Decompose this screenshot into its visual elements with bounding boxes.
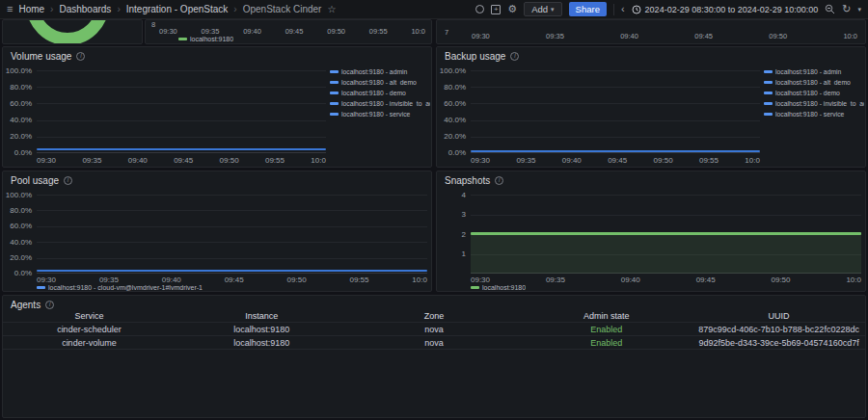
legend-item[interactable]: localhost:9180 - demo — [330, 90, 430, 96]
x-tick: 09:35 — [202, 27, 220, 36]
series-line — [471, 150, 760, 152]
legend: localhost:9180 - cloud-vm@lvmdriver-1#lv… — [37, 284, 203, 291]
divider — [613, 4, 614, 15]
legend-label: localhost:9180 - invisible_to_admin — [341, 100, 430, 107]
series-marker — [764, 113, 773, 116]
time-range-picker[interactable]: 2024-02-29 08:30:00 to 2024-02-29 10:00:… — [632, 5, 819, 14]
series-fill-area — [471, 234, 861, 274]
gridline — [37, 226, 427, 227]
x-tick: 09:55 — [265, 156, 285, 165]
plot-area[interactable] — [37, 70, 326, 153]
refresh-interval-chevron-icon[interactable]: ▾ — [857, 6, 861, 13]
breadcrumb-separator-icon: › — [50, 4, 53, 14]
panel-pool-usage: Pool usage i 100.0% 80.0% 60.0% 40.0% 20… — [2, 171, 432, 292]
gridline — [471, 103, 760, 104]
y-tick: 100.0% — [3, 66, 32, 75]
plus-box-glyph: + — [491, 5, 501, 14]
x-tick: 09:50 — [654, 156, 673, 165]
y-tick: 20.0% — [3, 132, 32, 141]
refresh-icon[interactable]: ↻ — [842, 4, 851, 14]
series-marker — [330, 92, 339, 94]
plot-area[interactable] — [471, 195, 861, 274]
column-header-admin-state[interactable]: Admin state — [520, 311, 692, 321]
plot-area[interactable] — [471, 70, 760, 153]
panel-header[interactable]: Snapshots i — [437, 171, 865, 187]
info-icon[interactable]: i — [76, 52, 85, 61]
info-icon[interactable]: i — [64, 176, 72, 185]
time-back-arrow-icon[interactable]: ‹ — [621, 4, 625, 14]
x-tick: 09:35 — [99, 276, 119, 284]
panel-header[interactable]: Backup usage i — [437, 47, 865, 63]
legend-item[interactable]: localhost:9180 - demo — [764, 90, 864, 96]
x-tick: 09:45 — [174, 156, 193, 165]
gridline — [37, 242, 427, 243]
x-axis: 09:30 09:35 09:40 09:45 09:50 09:55 10:0 — [471, 156, 760, 165]
gridline — [37, 137, 326, 138]
settings-gear-icon[interactable]: ⚙ — [507, 4, 517, 14]
nav-actions: + ⚙ Add ▾ Share ‹ 2024-02-29 08:30:00 to… — [475, 2, 861, 16]
x-tick: 10:0 — [311, 156, 326, 165]
y-tick: 1 — [437, 249, 466, 258]
column-header-zone[interactable]: Zone — [348, 311, 521, 321]
legend-item[interactable]: localhost:9180 — [178, 36, 233, 42]
y-axis: 100.0% 80.0% 60.0% 40.0% 20.0% 0.0% — [3, 66, 32, 157]
x-axis-line — [471, 152, 760, 153]
panel-stat-partial — [2, 19, 143, 44]
time-range-label: 2024-02-29 08:30:00 to 2024-02-29 10:00:… — [645, 5, 819, 14]
info-icon[interactable]: i — [45, 301, 54, 309]
breadcrumb-dashboards[interactable]: Dashboards — [59, 4, 111, 14]
cell-admin-state: Enabled — [520, 325, 692, 334]
panel-agents: Agents i Service Instance Zone Admin sta… — [2, 295, 866, 418]
cell-zone: nova — [348, 325, 521, 334]
info-icon[interactable]: i — [495, 176, 503, 185]
legend-item[interactable]: localhost:9180 - invisible_to_admin — [764, 100, 864, 107]
share-button[interactable]: Share — [569, 2, 607, 16]
panel-header[interactable]: Volume usage i — [3, 47, 431, 63]
x-tick: 09:45 — [696, 276, 716, 284]
legend-item[interactable]: localhost:9180 - cloud-vm@lvmdriver-1#lv… — [37, 284, 203, 291]
column-header-service[interactable]: Service — [3, 311, 176, 321]
y-axis-tick: 8 — [151, 20, 155, 29]
column-header-uuid[interactable]: UUID — [692, 311, 865, 321]
x-tick: 09:35 — [82, 156, 101, 165]
breadcrumb-home[interactable]: Home — [18, 4, 44, 14]
column-header-instance[interactable]: Instance — [176, 311, 348, 321]
info-circle-icon[interactable] — [475, 5, 484, 13]
gauge-arc-graphic — [26, 19, 109, 44]
x-tick: 09:30 — [472, 32, 490, 40]
x-tick: 09:55 — [349, 276, 368, 284]
panel-header[interactable]: Pool usage i — [3, 171, 431, 187]
x-axis: 09:30 09:35 09:40 09:45 09:50 10:0 — [471, 276, 861, 284]
x-tick: 09:50 — [772, 276, 791, 284]
chevron-down-icon: ▾ — [551, 6, 555, 13]
legend-item[interactable]: localhost:9180 - service — [764, 111, 864, 118]
y-tick: 3 — [437, 210, 466, 219]
y-tick: 60.0% — [3, 222, 32, 230]
add-button[interactable]: Add ▾ — [524, 2, 561, 16]
star-icon[interactable]: ☆ — [327, 5, 336, 14]
legend-item[interactable]: localhost:9180 - invisible_to_admin — [330, 100, 430, 107]
gridline — [37, 210, 427, 211]
plot-area[interactable] — [37, 195, 427, 274]
breadcrumb-folder[interactable]: Integration - OpenStack — [126, 4, 229, 14]
x-tick: 10:0 — [411, 27, 425, 36]
legend-item[interactable]: localhost:9180 - admin — [330, 68, 430, 75]
y-tick: 2 — [437, 230, 466, 239]
menu-icon[interactable]: ≡ — [7, 4, 13, 14]
x-tick: 09:50 — [327, 27, 345, 36]
series-marker — [330, 70, 339, 73]
zoom-out-icon[interactable] — [825, 4, 835, 14]
legend-item[interactable]: localhost:9180 - alt_demo — [764, 79, 864, 86]
y-tick: 0.0% — [437, 148, 466, 157]
info-icon[interactable]: i — [510, 52, 519, 61]
add-panel-icon[interactable]: + — [491, 5, 501, 14]
panel-title: Snapshots — [445, 175, 490, 186]
x-tick: 09:40 — [621, 276, 640, 284]
legend-item[interactable]: localhost:9180 - admin — [764, 68, 864, 75]
legend-item[interactable]: localhost:9180 - service — [330, 111, 430, 118]
x-axis: 09:30 09:35 09:40 09:45 09:50 10:0 — [472, 32, 857, 40]
gridline — [471, 195, 861, 196]
legend-item[interactable]: localhost:9180 — [471, 284, 526, 291]
legend-item[interactable]: localhost:9180 - alt_demo — [330, 79, 430, 86]
table-header-row: Service Instance Zone Admin state UUID — [3, 309, 865, 323]
